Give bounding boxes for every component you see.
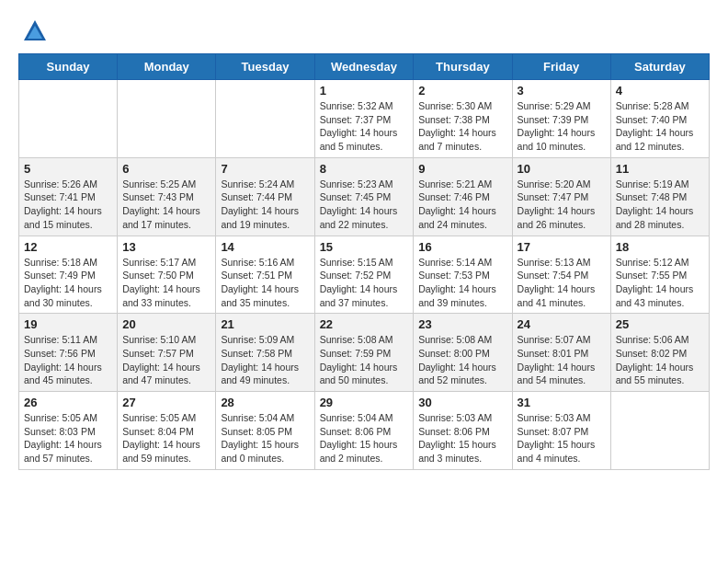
day-number: 18 <box>616 240 704 254</box>
day-info: Sunrise: 5:11 AMSunset: 7:56 PMDaylight:… <box>24 333 112 387</box>
logo-icon <box>22 18 48 44</box>
day-number: 3 <box>518 84 606 98</box>
calendar-day-cell: 16Sunrise: 5:14 AMSunset: 7:53 PMDayligh… <box>414 236 512 314</box>
day-number: 13 <box>122 240 210 254</box>
day-number: 21 <box>221 317 309 331</box>
day-number: 8 <box>320 162 409 176</box>
day-number: 30 <box>418 396 506 409</box>
day-of-week-header: Monday <box>118 54 216 80</box>
page-header <box>18 18 710 44</box>
calendar-day-cell: 18Sunrise: 5:12 AMSunset: 7:55 PMDayligh… <box>610 236 709 314</box>
calendar-day-cell: 4Sunrise: 5:28 AMSunset: 7:40 PMDaylight… <box>610 80 709 158</box>
day-number: 26 <box>24 396 112 409</box>
day-of-week-header: Sunday <box>19 54 118 80</box>
day-of-week-header: Wednesday <box>314 54 414 80</box>
day-number: 7 <box>221 162 309 176</box>
day-info: Sunrise: 5:18 AMSunset: 7:49 PMDaylight:… <box>24 256 112 310</box>
calendar-header-row: SundayMondayTuesdayWednesdayThursdayFrid… <box>19 54 710 80</box>
day-info: Sunrise: 5:30 AMSunset: 7:38 PMDaylight:… <box>418 99 506 154</box>
day-info: Sunrise: 5:25 AMSunset: 7:43 PMDaylight:… <box>122 178 210 232</box>
calendar-day-cell: 20Sunrise: 5:10 AMSunset: 7:57 PMDayligh… <box>118 314 216 392</box>
calendar-day-cell: 9Sunrise: 5:21 AMSunset: 7:46 PMDaylight… <box>414 157 512 236</box>
day-info: Sunrise: 5:15 AMSunset: 7:52 PMDaylight:… <box>320 256 409 310</box>
calendar-day-cell: 15Sunrise: 5:15 AMSunset: 7:52 PMDayligh… <box>314 236 414 314</box>
calendar-day-cell: 22Sunrise: 5:08 AMSunset: 7:59 PMDayligh… <box>314 314 414 392</box>
day-number: 11 <box>616 162 704 176</box>
day-info: Sunrise: 5:08 AMSunset: 8:00 PMDaylight:… <box>418 333 506 387</box>
day-info: Sunrise: 5:03 AMSunset: 8:06 PMDaylight:… <box>418 411 506 465</box>
calendar-day-cell: 6Sunrise: 5:25 AMSunset: 7:43 PMDaylight… <box>118 157 216 236</box>
day-number: 1 <box>320 84 409 98</box>
calendar-day-cell: 30Sunrise: 5:03 AMSunset: 8:06 PMDayligh… <box>414 392 512 470</box>
day-number: 16 <box>418 240 506 254</box>
calendar-day-cell: 10Sunrise: 5:20 AMSunset: 7:47 PMDayligh… <box>512 157 610 236</box>
calendar-day-cell <box>118 80 216 158</box>
calendar-day-cell: 29Sunrise: 5:04 AMSunset: 8:06 PMDayligh… <box>314 392 414 470</box>
day-info: Sunrise: 5:05 AMSunset: 8:03 PMDaylight:… <box>24 411 112 465</box>
day-number: 29 <box>320 396 409 409</box>
day-info: Sunrise: 5:05 AMSunset: 8:04 PMDaylight:… <box>122 411 210 465</box>
day-info: Sunrise: 5:23 AMSunset: 7:45 PMDaylight:… <box>320 178 409 232</box>
calendar-day-cell: 5Sunrise: 5:26 AMSunset: 7:41 PMDaylight… <box>19 157 118 236</box>
calendar-day-cell: 17Sunrise: 5:13 AMSunset: 7:54 PMDayligh… <box>512 236 610 314</box>
day-number: 25 <box>616 317 704 331</box>
day-of-week-header: Saturday <box>610 54 709 80</box>
day-number: 5 <box>24 162 112 176</box>
day-info: Sunrise: 5:04 AMSunset: 8:06 PMDaylight:… <box>320 411 409 465</box>
day-info: Sunrise: 5:07 AMSunset: 8:01 PMDaylight:… <box>518 333 606 387</box>
calendar-day-cell <box>19 80 118 158</box>
day-info: Sunrise: 5:24 AMSunset: 7:44 PMDaylight:… <box>221 178 309 232</box>
day-number: 19 <box>24 317 112 331</box>
calendar-day-cell: 24Sunrise: 5:07 AMSunset: 8:01 PMDayligh… <box>512 314 610 392</box>
calendar-day-cell: 1Sunrise: 5:32 AMSunset: 7:37 PMDaylight… <box>314 80 414 158</box>
day-info: Sunrise: 5:06 AMSunset: 8:02 PMDaylight:… <box>616 333 704 387</box>
calendar-day-cell: 13Sunrise: 5:17 AMSunset: 7:50 PMDayligh… <box>118 236 216 314</box>
day-number: 20 <box>122 317 210 331</box>
day-info: Sunrise: 5:29 AMSunset: 7:39 PMDaylight:… <box>518 99 606 154</box>
day-number: 10 <box>518 162 606 176</box>
calendar-day-cell: 12Sunrise: 5:18 AMSunset: 7:49 PMDayligh… <box>19 236 118 314</box>
day-info: Sunrise: 5:13 AMSunset: 7:54 PMDaylight:… <box>518 256 606 310</box>
calendar-day-cell: 25Sunrise: 5:06 AMSunset: 8:02 PMDayligh… <box>610 314 709 392</box>
day-number: 17 <box>518 240 606 254</box>
day-info: Sunrise: 5:17 AMSunset: 7:50 PMDaylight:… <box>122 256 210 310</box>
day-info: Sunrise: 5:21 AMSunset: 7:46 PMDaylight:… <box>418 178 506 232</box>
day-info: Sunrise: 5:28 AMSunset: 7:40 PMDaylight:… <box>616 99 704 154</box>
day-info: Sunrise: 5:20 AMSunset: 7:47 PMDaylight:… <box>518 178 606 232</box>
day-info: Sunrise: 5:04 AMSunset: 8:05 PMDaylight:… <box>221 411 309 465</box>
day-info: Sunrise: 5:08 AMSunset: 7:59 PMDaylight:… <box>320 333 409 387</box>
calendar-day-cell: 8Sunrise: 5:23 AMSunset: 7:45 PMDaylight… <box>314 157 414 236</box>
calendar-week-row: 5Sunrise: 5:26 AMSunset: 7:41 PMDaylight… <box>19 157 710 236</box>
day-number: 31 <box>518 396 606 409</box>
day-info: Sunrise: 5:16 AMSunset: 7:51 PMDaylight:… <box>221 256 309 310</box>
day-number: 15 <box>320 240 409 254</box>
day-number: 22 <box>320 317 409 331</box>
calendar-table: SundayMondayTuesdayWednesdayThursdayFrid… <box>18 53 710 470</box>
calendar-day-cell: 3Sunrise: 5:29 AMSunset: 7:39 PMDaylight… <box>512 80 610 158</box>
day-info: Sunrise: 5:09 AMSunset: 7:58 PMDaylight:… <box>221 333 309 387</box>
day-number: 6 <box>122 162 210 176</box>
day-number: 24 <box>518 317 606 331</box>
calendar-day-cell: 11Sunrise: 5:19 AMSunset: 7:48 PMDayligh… <box>610 157 709 236</box>
day-of-week-header: Friday <box>512 54 610 80</box>
day-number: 27 <box>122 396 210 409</box>
day-info: Sunrise: 5:26 AMSunset: 7:41 PMDaylight:… <box>24 178 112 232</box>
day-number: 23 <box>418 317 506 331</box>
day-info: Sunrise: 5:12 AMSunset: 7:55 PMDaylight:… <box>616 256 704 310</box>
calendar-day-cell <box>216 80 314 158</box>
day-info: Sunrise: 5:10 AMSunset: 7:57 PMDaylight:… <box>122 333 210 387</box>
calendar-day-cell <box>610 392 709 470</box>
day-number: 12 <box>24 240 112 254</box>
calendar-week-row: 12Sunrise: 5:18 AMSunset: 7:49 PMDayligh… <box>19 236 710 314</box>
calendar-day-cell: 27Sunrise: 5:05 AMSunset: 8:04 PMDayligh… <box>118 392 216 470</box>
calendar-day-cell: 14Sunrise: 5:16 AMSunset: 7:51 PMDayligh… <box>216 236 314 314</box>
calendar-day-cell: 26Sunrise: 5:05 AMSunset: 8:03 PMDayligh… <box>19 392 118 470</box>
calendar-day-cell: 31Sunrise: 5:03 AMSunset: 8:07 PMDayligh… <box>512 392 610 470</box>
calendar-day-cell: 19Sunrise: 5:11 AMSunset: 7:56 PMDayligh… <box>19 314 118 392</box>
day-number: 4 <box>616 84 704 98</box>
day-number: 14 <box>221 240 309 254</box>
calendar-week-row: 19Sunrise: 5:11 AMSunset: 7:56 PMDayligh… <box>19 314 710 392</box>
day-number: 2 <box>418 84 506 98</box>
calendar-day-cell: 21Sunrise: 5:09 AMSunset: 7:58 PMDayligh… <box>216 314 314 392</box>
day-info: Sunrise: 5:32 AMSunset: 7:37 PMDaylight:… <box>320 99 409 154</box>
